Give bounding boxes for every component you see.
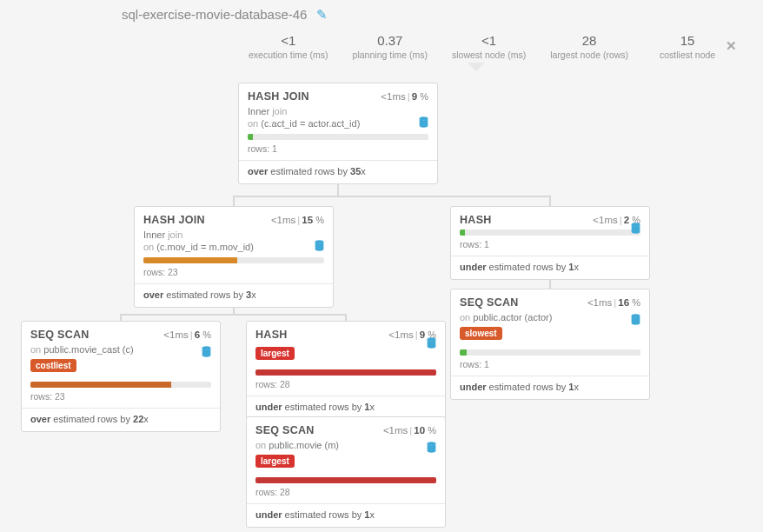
stat-planning-time: 0.37 planning time (ms) [353, 33, 428, 60]
connector [120, 314, 346, 316]
node-relation: on public.actor (actor) [460, 312, 640, 323]
node-join-kind: Inner join [143, 229, 324, 240]
plan-node-seqscan-moviecast[interactable]: SEQ SCAN <1ms|6 % on public.movie_cast (… [21, 321, 221, 432]
node-title: SEQ SCAN [255, 424, 315, 436]
stat-execution-time: <1 execution time (ms) [249, 33, 328, 60]
rows-bar-fill [255, 369, 436, 376]
rows-bar-fill [30, 382, 171, 388]
node-join-cond: on (c.act_id = actor.act_id) [248, 118, 428, 129]
svg-point-6 [428, 442, 436, 445]
rows-bar [30, 382, 211, 388]
connector [233, 196, 550, 197]
edit-icon[interactable]: ✎ [316, 7, 328, 22]
node-join-cond: on (c.mov_id = m.mov_id) [143, 242, 324, 252]
page-title: sql-exercise-movie-database-46 ✎ [122, 7, 328, 23]
estimate-text: under estimated rows by 1x [460, 382, 640, 392]
stat-costliest-node: 15 costliest node [653, 33, 722, 60]
divider [247, 396, 445, 396]
stat-value: 28 [550, 33, 628, 48]
estimate-text: over estimated rows by 35x [248, 166, 428, 176]
estimate-text: under estimated rows by 1x [460, 262, 640, 272]
rows-bar [143, 257, 324, 263]
badge-largest: largest [255, 455, 295, 468]
stat-label: slowest node (ms) [452, 50, 526, 60]
divider [239, 160, 437, 161]
node-relation: on public.movie_cast (c) [30, 344, 211, 355]
rows-bar [460, 349, 640, 356]
rows-bar-fill [143, 257, 237, 263]
database-icon[interactable] [315, 240, 324, 254]
database-icon[interactable] [427, 442, 436, 456]
badge-costliest: costliest [30, 359, 76, 372]
pointer-icon [468, 63, 485, 71]
close-icon[interactable]: ✕ [726, 38, 737, 54]
connector [345, 314, 347, 321]
plan-node-hash-join-inner[interactable]: HASH JOIN <1ms|15 % Inner join on (c.mov… [134, 206, 334, 308]
plan-node-seqscan-movie[interactable]: SEQ SCAN <1ms|10 % on public.movie (m) l… [246, 416, 446, 528]
rows-text: rows: 28 [255, 379, 436, 389]
divider [22, 408, 220, 409]
rows-bar-fill [255, 477, 436, 483]
connector [233, 196, 235, 206]
plan-node-hash-right[interactable]: HASH <1ms|2 % rows: 1 under estimated ro… [450, 206, 650, 280]
stats-row: <1 execution time (ms) 0.37 planning tim… [249, 33, 722, 60]
stat-label: execution time (ms) [249, 50, 328, 60]
svg-point-0 [420, 116, 428, 120]
rows-bar [255, 477, 436, 483]
rows-bar [460, 229, 640, 236]
stat-label: costliest node [653, 50, 722, 60]
node-relation: on public.movie (m) [255, 440, 436, 450]
database-icon[interactable] [202, 346, 211, 360]
node-metrics: <1ms|10 % [383, 425, 436, 436]
node-title: HASH JOIN [143, 214, 205, 226]
rows-bar [248, 134, 428, 140]
connector [120, 314, 122, 321]
database-icon[interactable] [631, 223, 640, 236]
node-title: HASH JOIN [248, 90, 309, 103]
stat-label: planning time (ms) [353, 50, 428, 60]
rows-text: rows: 23 [30, 391, 211, 402]
node-metrics: <1ms|6 % [163, 329, 211, 340]
node-join-kind: Inner join [248, 106, 428, 116]
node-metrics: <1ms|15 % [271, 215, 324, 225]
rows-text: rows: 28 [255, 487, 436, 497]
rows-bar [255, 369, 436, 376]
node-title: HASH [460, 214, 492, 226]
database-icon[interactable] [419, 116, 428, 130]
database-icon[interactable] [631, 314, 640, 328]
svg-point-2 [632, 223, 640, 226]
node-title: SEQ SCAN [30, 329, 90, 341]
stat-value: <1 [452, 33, 526, 48]
stat-value: <1 [249, 33, 328, 48]
stat-value: 15 [653, 33, 722, 48]
estimate-text: under estimated rows by 1x [255, 402, 436, 412]
stat-value: 0.37 [353, 33, 428, 48]
node-title: HASH [255, 329, 288, 341]
svg-point-3 [202, 346, 211, 349]
rows-bar-fill [248, 134, 253, 140]
badge-slowest: slowest [460, 327, 502, 340]
stat-slowest-node: <1 slowest node (ms) [452, 33, 526, 60]
rows-bar-fill [460, 349, 467, 356]
rows-bar-fill [460, 229, 465, 236]
stat-largest-node: 28 largest node (rows) [550, 33, 628, 60]
plan-node-seqscan-actor[interactable]: SEQ SCAN <1ms|16 % on public.actor (acto… [450, 289, 650, 400]
plan-node-hash-join-root[interactable]: HASH JOIN <1ms|9 % Inner join on (c.act_… [238, 83, 438, 184]
stat-label: largest node (rows) [550, 50, 628, 60]
estimate-text: over estimated rows by 22x [30, 414, 211, 424]
connector [549, 280, 551, 289]
database-icon[interactable] [427, 337, 436, 351]
svg-point-5 [632, 314, 640, 317]
node-title: SEQ SCAN [460, 296, 519, 309]
plan-node-hash-left[interactable]: HASH <1ms|9 % largest rows: 28 under est… [246, 321, 446, 420]
rows-text: rows: 1 [248, 143, 428, 154]
divider [451, 376, 649, 376]
rows-text: rows: 23 [143, 267, 324, 277]
estimate-text: under estimated rows by 1x [255, 509, 436, 520]
node-metrics: <1ms|9 % [381, 91, 428, 102]
divider [247, 503, 445, 504]
divider [451, 256, 649, 256]
svg-point-1 [315, 240, 324, 243]
estimate-text: over estimated rows by 3x [143, 289, 324, 300]
badge-largest: largest [255, 347, 295, 360]
